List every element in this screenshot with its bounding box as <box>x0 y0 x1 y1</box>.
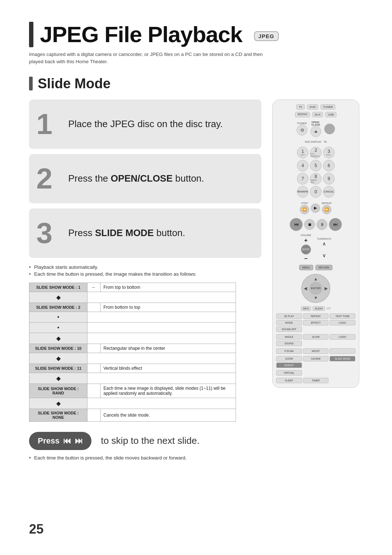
table-row: SLIDE SHOW MODE : 1 ← From top to bottom <box>29 283 236 292</box>
angle-button[interactable]: ANGLE <box>276 334 302 340</box>
num-1-button[interactable]: 1 PTY <box>297 147 309 158</box>
power-col: POWER ⏻ <box>297 122 307 135</box>
desc-11: Vertical blinds effect <box>101 364 236 373</box>
dvd-button[interactable]: DVD <box>307 104 318 110</box>
usb-button[interactable]: USB <box>325 112 336 117</box>
timer-button[interactable]: TIMER <box>303 378 329 383</box>
info-button[interactable]: INFO <box>301 306 311 311</box>
return-button[interactable]: RETURN <box>315 265 332 270</box>
press-row: Press ⏮ ⏭ to skip to the next slide. <box>29 432 367 450</box>
sound-btn2[interactable]: SOUND <box>276 341 302 346</box>
volume-row: VOLUME + MUTE − TUNING/CH ∧ ∨ <box>301 234 331 262</box>
vol-plus[interactable]: + <box>304 237 307 244</box>
slide-label-11: SLIDE SHOW MODE : 11 <box>29 364 87 373</box>
slide-label-10: SLIDE SHOW MODE : 10 <box>29 344 87 353</box>
sound-eff-btn[interactable]: SOUND EFF <box>276 327 302 332</box>
slide-mode-button[interactable]: SLIDE MODE <box>330 356 355 361</box>
dot-1: • <box>29 312 87 322</box>
nav-down[interactable]: ▼ <box>314 295 318 300</box>
diamond-3: ◆ <box>29 373 87 384</box>
step-1-block: 1 Place the JPEG disc on the disc tray. <box>29 100 261 149</box>
virtual-btn[interactable]: VIRTUAL <box>276 370 302 376</box>
bottom-grid-2: ANGLE SLOW LOGO SOUND <box>276 334 355 346</box>
logo-button[interactable]: LOGO <box>330 320 355 325</box>
menu-button[interactable]: MENU <box>299 265 313 270</box>
power-row: POWER ⏻ OPEN/CLOSE ⏏ <box>297 121 335 137</box>
bottom-bullet: Each time the button is pressed, the sli… <box>29 455 367 461</box>
tuner-button[interactable]: TUNER <box>320 104 336 110</box>
sleep-button[interactable]: SLEEP <box>276 378 302 383</box>
skip-text: to skip to the next slide. <box>101 435 200 446</box>
step-label: STEP <box>301 202 308 204</box>
logo-btn2[interactable]: LOGO <box>330 334 355 340</box>
transport-row-1: STEP ⏪ ▶ REPEAT ⏩ <box>300 202 332 214</box>
mode-button[interactable]: MODE <box>276 320 302 325</box>
num-0-button[interactable]: 0 <box>310 186 322 198</box>
ff-button[interactable]: ⏩ <box>322 205 331 214</box>
enter-button[interactable]: ENTER <box>309 282 322 295</box>
repeat-col: REPEAT ⏩ <box>322 202 332 214</box>
prev-track-button[interactable]: ⏮ <box>290 218 303 231</box>
num-3-button[interactable]: 3 PTY+ <box>323 147 335 158</box>
tuning-up[interactable]: ∧ <box>322 241 326 247</box>
aux-button[interactable]: AUX <box>312 112 323 117</box>
je-play-button[interactable]: JE PLAY <box>276 313 302 319</box>
remote-source-row2: BD/DVD AUX USB <box>295 112 336 117</box>
vol-minus[interactable]: − <box>304 255 307 262</box>
num-2-button[interactable]: 2 PTY SEARCH <box>310 147 322 158</box>
next-track-button[interactable]: ⏭ <box>329 218 342 231</box>
press-circle: Press ⏮ ⏭ <box>29 432 91 450</box>
slow-button[interactable]: SLOW <box>303 334 329 340</box>
test-tone-button[interactable]: TEST TONE <box>330 313 355 319</box>
num-4-button[interactable]: 4 <box>297 160 309 171</box>
diamond-1: ◆ <box>29 292 87 303</box>
s2view-button[interactable]: S2VIEW <box>303 356 329 361</box>
desc-1: From top to bottom <box>101 283 236 292</box>
num-6-button[interactable]: 6 <box>323 160 335 171</box>
tv-button[interactable]: TV <box>296 104 305 110</box>
bdvd-button[interactable]: BD/DVD <box>295 112 310 117</box>
zoom-button[interactable]: ZOOM <box>276 356 302 361</box>
step-1-text: Place the JPEG disc on the disc tray. <box>68 118 223 130</box>
rewind-button[interactable]: ⏪ <box>300 205 309 214</box>
num-8-button[interactable]: 8 VIDEO SEL <box>310 173 322 185</box>
remark-button[interactable]: REMARK <box>297 186 309 198</box>
unknown-button[interactable] <box>324 123 335 134</box>
nav-up[interactable]: ▲ <box>314 276 318 281</box>
slide-label-1: SLIDE SHOW MODE : 1 <box>29 283 87 292</box>
cancel-button[interactable]: CANCEL <box>323 186 335 198</box>
slide-label-2: SLIDE SHOW MODE : 2 <box>29 303 87 312</box>
extra-button[interactable] <box>326 307 331 309</box>
open-close-button[interactable]: ⏏ <box>310 126 321 137</box>
power-label: POWER <box>297 122 307 125</box>
nav-left[interactable]: ◀ <box>304 286 307 291</box>
tuning-col: TUNING/CH ∧ ∨ <box>317 238 331 258</box>
p-scan-button[interactable]: P.SCAN <box>276 348 302 354</box>
menu-return-row: MENU RETURN <box>299 265 332 270</box>
table-row: ◆ <box>29 333 236 344</box>
volume-col: VOLUME + MUTE − <box>301 234 311 262</box>
mute-button[interactable]: MUTE <box>301 244 311 255</box>
repeat-label: REPEAT <box>322 202 332 204</box>
table-row: SLIDE SHOW MODE : 11 Vertical blinds eff… <box>29 364 236 373</box>
bullet-notes: Playback starts automatically. Each time… <box>29 264 261 277</box>
power-button[interactable]: ⏻ <box>297 125 307 135</box>
num-9-button[interactable]: 9 <box>323 173 335 185</box>
num-7-button[interactable]: 7 <box>297 173 309 185</box>
effect-button[interactable]: EFFECT <box>303 320 329 325</box>
nav-right[interactable]: ▶ <box>324 286 328 291</box>
digest-button[interactable]: DIGEST <box>276 362 302 368</box>
tuning-down[interactable]: ∨ <box>322 252 326 258</box>
pause-button[interactable]: ⏸ <box>317 219 327 230</box>
remote-control: TV DVD TUNER BD/DVD AUX USB POWER ⏻ <box>272 100 359 388</box>
stop-button[interactable]: ⏹ <box>304 219 315 230</box>
mo-st-button[interactable]: MO/ST <box>303 348 329 354</box>
play-button[interactable]: ▶ <box>311 203 320 213</box>
ta-label: TA <box>324 141 327 143</box>
audio-button[interactable]: AUDIO <box>313 306 325 311</box>
repeat-btn2[interactable]: REPEAT <box>303 313 329 319</box>
bullet-2: Each time the button is pressed, the ima… <box>29 271 261 277</box>
bottom-grid-3: P.SCAN MO/ST <box>276 348 355 354</box>
num-5-button[interactable]: 5 <box>310 160 322 171</box>
step-3-number: 3 <box>36 219 62 248</box>
